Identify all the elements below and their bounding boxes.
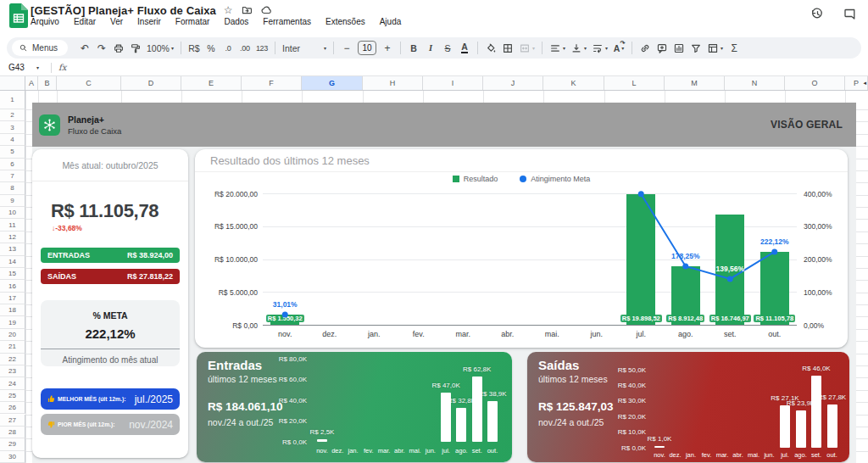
menu-dados[interactable]: Dados [224, 17, 248, 26]
spreadsheet-grid[interactable]: 1234567891011121314151617181920212223242… [0, 91, 868, 463]
row-header-12[interactable]: 12 [0, 232, 25, 243]
column-header-O[interactable]: O [785, 76, 845, 90]
row-header-7[interactable]: 7 [0, 170, 25, 182]
format-percent-button[interactable]: % [203, 40, 220, 57]
text-color-button[interactable]: A [461, 42, 468, 53]
row-header-9[interactable]: 9 [0, 195, 25, 207]
horizontal-align-button[interactable]: ▾ [547, 40, 568, 57]
row-header-6[interactable]: 6 [0, 159, 25, 170]
column-header-P[interactable]: P [845, 76, 868, 90]
column-header-A[interactable]: A [25, 76, 38, 90]
increase-decimals-button[interactable]: .00 [236, 40, 253, 57]
column-header-K[interactable]: K [543, 76, 604, 90]
merge-cells-button[interactable]: ▾ [516, 40, 537, 57]
menu-extensões[interactable]: Extensões [326, 17, 365, 26]
column-header-J[interactable]: J [483, 76, 543, 90]
column-header-E[interactable]: E [181, 76, 242, 90]
menu-ajuda[interactable]: Ajuda [380, 17, 402, 26]
row-header-13[interactable]: 13 [0, 243, 25, 255]
column-header-L[interactable]: L [604, 76, 665, 90]
column-header-M[interactable]: M [665, 76, 725, 90]
format-currency-button[interactable]: R$ [186, 40, 203, 57]
table-views-button[interactable]: ▾ [704, 40, 726, 57]
star-icon[interactable]: ☆ [224, 5, 233, 15]
row-header-20[interactable]: 20 [0, 329, 25, 341]
version-history-icon[interactable] [810, 7, 824, 20]
filter-button[interactable] [687, 40, 704, 57]
select-all-corner[interactable] [0, 76, 25, 90]
row-header-29[interactable]: 29 [0, 438, 25, 450]
insert-chart-button[interactable] [670, 40, 687, 57]
vertical-align-button[interactable]: ▾ [568, 40, 589, 57]
undo-button[interactable]: ↶ [76, 40, 93, 57]
document-title[interactable]: [GESTÃO] Planeja+ Fluxo de Caixa [31, 4, 216, 17]
google-sheets-logo[interactable] [9, 3, 28, 28]
borders-button[interactable] [499, 40, 516, 57]
column-header-F[interactable]: F [242, 76, 302, 90]
row-header-30[interactable]: 30 [0, 451, 25, 463]
menu-ver[interactable]: Ver [110, 17, 123, 26]
row-header-8[interactable]: 8 [0, 182, 25, 194]
column-header-N[interactable]: N [725, 76, 785, 90]
column-header-H[interactable]: H [363, 76, 423, 90]
redo-button[interactable]: ↷ [93, 40, 110, 57]
menu-formatar[interactable]: Formatar [175, 17, 210, 26]
row-header-19[interactable]: 19 [0, 316, 25, 328]
row-header-4[interactable]: 4 [0, 134, 25, 146]
menu-arquivo[interactable]: Arquivo [31, 17, 59, 26]
paint-format-button[interactable] [127, 40, 144, 57]
mini-x-label-abr.: abr. [392, 447, 407, 455]
row-header-26[interactable]: 26 [0, 402, 25, 414]
menu-editar[interactable]: Editar [74, 17, 96, 26]
fill-color-button[interactable] [482, 40, 499, 57]
row-header-15[interactable]: 15 [0, 268, 25, 280]
row-header-1[interactable]: 1 [0, 91, 25, 109]
column-header-G[interactable]: G [302, 76, 363, 90]
row-header-16[interactable]: 16 [0, 280, 25, 292]
menu-inserir[interactable]: Inserir [137, 17, 161, 26]
increase-font-size-button[interactable]: + [379, 40, 396, 57]
zoom-select[interactable]: 100%▾ [144, 40, 176, 57]
italic-button[interactable]: I [429, 43, 432, 53]
row-header-22[interactable]: 22 [0, 354, 25, 365]
row-header-14[interactable]: 14 [0, 256, 25, 268]
row-header-3[interactable]: 3 [0, 121, 25, 133]
row-header-17[interactable]: 17 [0, 293, 25, 304]
text-rotation-button[interactable]: A↷▾ [610, 40, 627, 57]
column-header-B[interactable]: B [38, 76, 57, 90]
decrease-font-size-button[interactable]: − [338, 40, 355, 57]
decrease-decimals-button[interactable]: .0 [220, 40, 236, 57]
more-formats-button[interactable]: 123 [253, 40, 270, 57]
row-header-21[interactable]: 21 [0, 341, 25, 353]
comments-icon[interactable] [843, 7, 856, 20]
menus-search-button[interactable]: Menus [12, 40, 68, 56]
column-header-C[interactable]: C [57, 76, 121, 90]
row-header-5[interactable]: 5 [0, 146, 25, 158]
row-header-28[interactable]: 28 [0, 427, 25, 438]
strikethrough-button[interactable]: S [445, 43, 451, 53]
row-header-27[interactable]: 27 [0, 415, 25, 427]
row-header-10[interactable]: 10 [0, 207, 25, 219]
resultado-chart-card[interactable]: Resultado dos últimos 12 meses Resultado… [195, 149, 848, 348]
bold-button[interactable]: B [410, 43, 417, 53]
column-header-I[interactable]: I [423, 76, 483, 90]
font-size-input[interactable]: 10 [358, 41, 376, 55]
insert-link-button[interactable] [637, 40, 654, 57]
font-select[interactable]: Inter▾ [280, 40, 329, 57]
move-folder-icon[interactable] [241, 4, 253, 16]
functions-button[interactable]: Σ [726, 40, 743, 57]
row-header-25[interactable]: 25 [0, 390, 25, 402]
text-wrap-button[interactable]: ▾ [589, 40, 610, 57]
row-header-18[interactable]: 18 [0, 304, 25, 316]
print-button[interactable] [110, 40, 127, 57]
row-header-2[interactable]: 2 [0, 109, 25, 121]
menu-ferramentas[interactable]: Ferramentas [263, 17, 311, 26]
column-header-D[interactable]: D [121, 76, 181, 90]
saidas-panel[interactable]: Saídas últimos 12 meses R$ 125.847,03 no… [527, 352, 849, 462]
name-box[interactable]: G43 ▾ [0, 63, 44, 72]
row-header-23[interactable]: 23 [0, 365, 25, 377]
entradas-panel[interactable]: Entradas últimos 12 meses R$ 184.061,10 … [197, 352, 512, 462]
insert-comment-button[interactable] [654, 40, 670, 57]
row-header-24[interactable]: 24 [0, 377, 25, 389]
row-header-11[interactable]: 11 [0, 219, 25, 231]
